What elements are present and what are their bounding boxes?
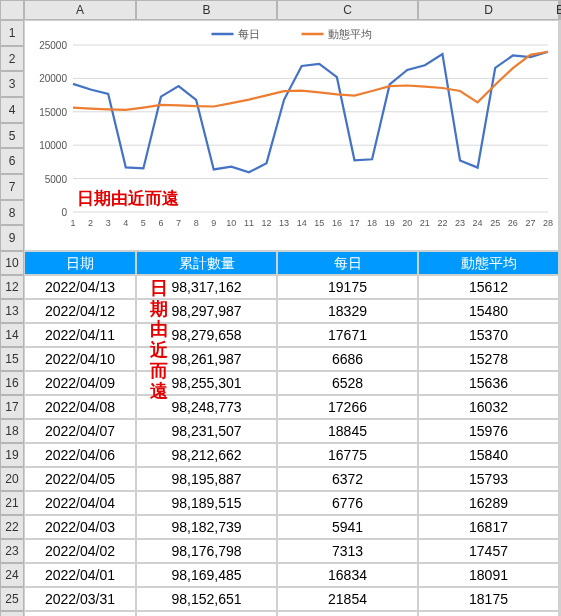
row-header[interactable]: 9	[0, 225, 24, 251]
table-cell[interactable]: 17671	[277, 323, 418, 347]
table-cell[interactable]: 18845	[277, 419, 418, 443]
table-cell[interactable]: 22183	[277, 611, 418, 616]
table-cell[interactable]: 98,248,773	[136, 395, 277, 419]
row-header[interactable]: 25	[0, 587, 24, 611]
table-cell[interactable]: 15976	[418, 419, 559, 443]
row-header[interactable]: 8	[0, 200, 24, 226]
table-cell[interactable]: 2022/04/09	[24, 371, 136, 395]
row-header[interactable]: 21	[0, 491, 24, 515]
svg-text:20: 20	[402, 218, 412, 228]
table-cell[interactable]: 6372	[277, 467, 418, 491]
table-cell[interactable]: 2022/04/11	[24, 323, 136, 347]
table-cell[interactable]: 2022/04/01	[24, 563, 136, 587]
table-cell[interactable]: 2022/03/31	[24, 587, 136, 611]
table-cell[interactable]: 16834	[277, 563, 418, 587]
table-header[interactable]: 累計數量	[136, 251, 277, 275]
row-header[interactable]: 26	[0, 611, 24, 616]
table-cell[interactable]: 98,189,515	[136, 491, 277, 515]
table-cell[interactable]: 16817	[418, 515, 559, 539]
svg-text:28: 28	[543, 218, 553, 228]
table-header[interactable]: 日期	[24, 251, 136, 275]
table-cell[interactable]: 2022/04/07	[24, 419, 136, 443]
table-cell[interactable]: 2022/04/04	[24, 491, 136, 515]
row-header[interactable]: 20	[0, 467, 24, 491]
table-cell[interactable]: 15278	[418, 347, 559, 371]
table-cell[interactable]: 17912	[418, 611, 559, 616]
table-cell[interactable]: 15480	[418, 299, 559, 323]
table-cell[interactable]: 98,195,887	[136, 467, 277, 491]
table-cell[interactable]: 16775	[277, 443, 418, 467]
row-header[interactable]: 12	[0, 275, 24, 299]
table-cell[interactable]: 6686	[277, 347, 418, 371]
table-cell[interactable]: 2022/04/03	[24, 515, 136, 539]
row-header[interactable]: 6	[0, 148, 24, 174]
table-cell[interactable]: 6776	[277, 491, 418, 515]
table-cell[interactable]: 7313	[277, 539, 418, 563]
table-cell[interactable]: 2022/04/10	[24, 347, 136, 371]
table-cell[interactable]: 15370	[418, 323, 559, 347]
col-header-B[interactable]: B	[136, 0, 277, 20]
row-header[interactable]: 23	[0, 539, 24, 563]
table-cell[interactable]: 98,231,507	[136, 419, 277, 443]
table-cell[interactable]: 18175	[418, 587, 559, 611]
row-header[interactable]: 3	[0, 71, 24, 97]
table-cell[interactable]: 2022/03/30	[24, 611, 136, 616]
row-header[interactable]: 15	[0, 347, 24, 371]
row-header[interactable]: 7	[0, 174, 24, 200]
row-header[interactable]: 17	[0, 395, 24, 419]
table-cell[interactable]: 15636	[418, 371, 559, 395]
table-header[interactable]: 動態平均	[418, 251, 559, 275]
table-cell[interactable]: 6528	[277, 371, 418, 395]
table-cell[interactable]: 17457	[418, 539, 559, 563]
table-cell[interactable]: 2022/04/02	[24, 539, 136, 563]
svg-text:25000: 25000	[39, 40, 67, 51]
table-cell[interactable]: 2022/04/13	[24, 275, 136, 299]
svg-text:20000: 20000	[39, 73, 67, 84]
col-header-A[interactable]: A	[24, 0, 136, 20]
row-header[interactable]: 4	[0, 97, 24, 123]
row-header[interactable]: 2	[0, 46, 24, 72]
row-header[interactable]: 19	[0, 443, 24, 467]
table-cell[interactable]: 15612	[418, 275, 559, 299]
row-header[interactable]: 13	[0, 299, 24, 323]
table-cell[interactable]: 5941	[277, 515, 418, 539]
table-cell[interactable]: 2022/04/05	[24, 467, 136, 491]
table-cell[interactable]: 19175	[277, 275, 418, 299]
table-cell[interactable]: 2022/04/08	[24, 395, 136, 419]
row-header[interactable]: 1	[0, 20, 24, 46]
table-cell[interactable]: 16289	[418, 491, 559, 515]
table-cell[interactable]: 98,279,658	[136, 323, 277, 347]
row-header[interactable]: 22	[0, 515, 24, 539]
table-cell[interactable]: 21854	[277, 587, 418, 611]
table-cell[interactable]: 98,169,485	[136, 563, 277, 587]
col-header-C[interactable]: C	[277, 0, 418, 20]
row-header[interactable]: 24	[0, 563, 24, 587]
table-cell[interactable]: 98,152,651	[136, 587, 277, 611]
chart[interactable]: 0500010000150002000025000123456789101112…	[24, 20, 559, 251]
spreadsheet: ABCDE12345678905000100001500020000250001…	[0, 0, 561, 616]
table-cell[interactable]: 98,255,301	[136, 371, 277, 395]
table-cell[interactable]: 98,297,987	[136, 299, 277, 323]
table-cell[interactable]: 98,317,162	[136, 275, 277, 299]
table-cell[interactable]: 98,176,798	[136, 539, 277, 563]
table-cell[interactable]: 2022/04/06	[24, 443, 136, 467]
row-header[interactable]: 16	[0, 371, 24, 395]
row-header[interactable]: 10	[0, 251, 24, 275]
table-cell[interactable]: 18091	[418, 563, 559, 587]
table-cell[interactable]: 98,261,987	[136, 347, 277, 371]
table-cell[interactable]: 98,130,797	[136, 611, 277, 616]
table-cell[interactable]: 15840	[418, 443, 559, 467]
table-cell[interactable]: 2022/04/12	[24, 299, 136, 323]
row-header[interactable]: 14	[0, 323, 24, 347]
table-cell[interactable]: 16032	[418, 395, 559, 419]
col-header-D[interactable]: D	[418, 0, 559, 20]
table-header[interactable]: 每日	[277, 251, 418, 275]
corner[interactable]	[0, 0, 24, 20]
row-header[interactable]: 18	[0, 419, 24, 443]
table-cell[interactable]: 98,182,739	[136, 515, 277, 539]
table-cell[interactable]: 18329	[277, 299, 418, 323]
table-cell[interactable]: 17266	[277, 395, 418, 419]
table-cell[interactable]: 15793	[418, 467, 559, 491]
table-cell[interactable]: 98,212,662	[136, 443, 277, 467]
row-header[interactable]: 5	[0, 123, 24, 149]
